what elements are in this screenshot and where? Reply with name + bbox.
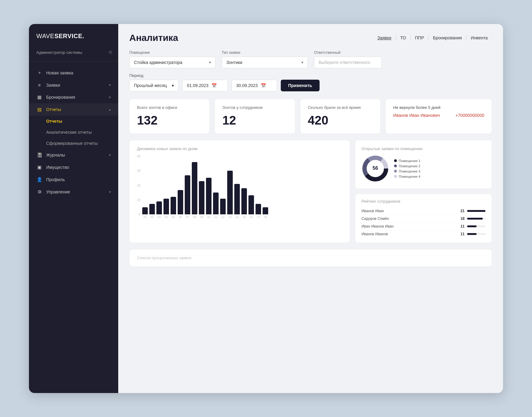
filters-row: Помещение Стойка администратора ▾ Тип за…	[129, 50, 492, 68]
sidebar-item-profile[interactable]: 👤 Профиль	[29, 173, 118, 186]
header-nav-ppr[interactable]: ППР	[411, 35, 429, 40]
sidebar-subitem-reports-main[interactable]: Отчеты	[29, 116, 118, 127]
bar-label: 08	[193, 216, 196, 219]
bar-column: 14	[234, 157, 240, 219]
chevron-down-icon: ▾	[109, 83, 111, 87]
bar	[234, 184, 240, 214]
header-nav-to[interactable]: ТО	[396, 35, 411, 40]
bar	[213, 193, 219, 214]
type-select[interactable]: Зонтики ▾	[222, 57, 308, 68]
content-area: Помещение Стойка администратора ▾ Тип за…	[118, 43, 503, 393]
apply-button[interactable]: Применить	[281, 80, 320, 91]
stat-value-1: 12	[222, 113, 287, 127]
bar-label: 07	[186, 216, 189, 219]
rating-card: Рейтинг сотрудников Иванов Иван 21 Сидор…	[355, 194, 492, 243]
bar-column: 01	[142, 157, 148, 219]
header-nav-reservations[interactable]: Бронирования	[429, 35, 466, 40]
logout-icon[interactable]: ⎋	[109, 50, 112, 55]
plus-icon: ＋	[36, 70, 42, 76]
bar-column: 04	[163, 157, 169, 219]
legend-item-0: Помещение 1	[394, 159, 420, 163]
rating-title: Рейтинг сотрудников	[361, 199, 486, 204]
sidebar-item-journals[interactable]: 📓 Журналы ▾	[29, 149, 118, 161]
bar-label: 14	[236, 216, 239, 219]
room-select[interactable]: Стойка администратора ▾	[129, 57, 216, 68]
header-nav-requests[interactable]: Заявки	[373, 35, 396, 40]
donut-svg: 56	[361, 155, 389, 182]
bar	[163, 199, 169, 214]
responsible-label: Ответственный	[314, 50, 382, 55]
rating-bar-bg	[467, 233, 486, 235]
charts-row: Динамика новых заявок по дням 40 30 20 1…	[129, 140, 492, 243]
rating-count: 18	[457, 216, 465, 221]
stat-label-2: Сколько брали за всё время	[308, 105, 373, 110]
sidebar-item-label: Новая заявка	[46, 70, 73, 75]
sidebar-item-reports[interactable]: ▤ Отчеты ▴	[29, 103, 118, 116]
rating-rows: Иванов Иван 21 Сидоров Семён 18 Иван Ива…	[361, 207, 486, 238]
bottom-section: Список просроченных заявок	[129, 249, 492, 267]
donut-card: Открытые заявки по помещению 56	[355, 140, 492, 189]
period-label: Период	[129, 73, 179, 78]
responsible-select[interactable]: Выберите ответственного	[314, 57, 382, 68]
type-label: Тип заявки	[222, 50, 308, 55]
bottom-title: Список просроченных заявок	[137, 256, 484, 260]
chevron-up-icon: ▴	[109, 108, 111, 112]
legend-dot-0	[394, 159, 397, 162]
date-to-input[interactable]: 30.09.2023 📅	[232, 80, 277, 91]
bar	[156, 201, 162, 215]
sidebar-subitem-analytic-reports[interactable]: Аналитические отчеты	[29, 127, 118, 138]
bar-column: 15	[241, 157, 247, 219]
rating-count: 11	[457, 232, 465, 236]
stat-card-0: Всего зонтов в офисе 132	[129, 99, 210, 134]
sidebar-item-management[interactable]: ⚙ Управление ▾	[29, 186, 118, 198]
bar-column: 13	[227, 157, 233, 219]
period-filter-group: Период Прошлый месяц ▾	[129, 73, 179, 91]
list-icon: ≡	[36, 82, 42, 88]
period-row: Период Прошлый месяц ▾ 01.09.2023 📅 30.0…	[129, 73, 492, 91]
rating-row: Иванов Иванов 11	[361, 230, 486, 238]
sidebar-item-label: Бронирования	[46, 95, 75, 100]
sidebar-item-property[interactable]: ▣ Имущество	[29, 161, 118, 173]
bar-label: 10	[207, 216, 210, 219]
sidebar-item-requests[interactable]: ≡ Заявки ▾	[29, 79, 118, 91]
sidebar-subitem-label: Отчеты	[46, 119, 62, 124]
overdue-name: Иванов Иван Иванович	[393, 113, 440, 118]
sidebar-subitem-label: Сформированные отчеты	[46, 141, 98, 146]
stat-label-1: Зонтов у сотрудников	[222, 105, 287, 110]
date-from-input[interactable]: 01.09.2023 📅	[182, 80, 228, 91]
bar-label: 16	[250, 216, 253, 219]
period-select[interactable]: Прошлый месяц ▾	[129, 80, 179, 91]
bar-label: 01	[143, 216, 147, 219]
chevron-down-icon: ▾	[172, 83, 174, 88]
donut-legend: Помещение 1 Помещение 2 Помещение 3	[394, 159, 420, 178]
rating-bar-fill	[467, 218, 483, 220]
svg-text:56: 56	[373, 165, 378, 171]
sidebar-item-label: Отчеты	[46, 107, 61, 112]
bar-label: 03	[158, 216, 161, 219]
date-from-value: 01.09.2023	[187, 83, 208, 88]
bar	[206, 178, 212, 214]
sidebar-item-new-request[interactable]: ＋ Новая заявка	[29, 66, 118, 79]
overdue-label: Не вернули более 5 дней	[393, 105, 484, 110]
main-content: Аналитика Заявки ТО ППР Бронирования Инв…	[118, 24, 503, 393]
sidebar-subitem-formed-reports[interactable]: Сформированные отчеты	[29, 138, 118, 149]
bar-column: 03	[156, 157, 162, 219]
room-select-value: Стойка администратора	[134, 60, 182, 65]
bar-column: 05	[171, 157, 176, 219]
bar-column: 17	[256, 157, 261, 219]
bar	[227, 171, 233, 214]
sidebar-subitem-label: Аналитические отчеты	[46, 130, 92, 135]
legend-dot-2	[394, 170, 397, 173]
stat-value-0: 132	[137, 113, 202, 127]
rating-row: Сидоров Семён 18	[361, 215, 486, 223]
bar	[149, 204, 155, 214]
bar	[178, 190, 183, 214]
header-nav-inventory[interactable]: Инвента	[466, 35, 492, 40]
sidebar-item-reservations[interactable]: ▦ Бронирования ▾	[29, 91, 118, 103]
overdue-person: Иванов Иван Иванович +70000000000	[393, 113, 484, 118]
bar	[192, 162, 197, 214]
sidebar-item-label: Имущество	[46, 165, 69, 170]
sidebar: WAVESERVICE. Администратор системы ⎋ ＋ Н…	[29, 24, 118, 393]
logo: WAVESERVICE.	[29, 24, 118, 50]
rating-bar-bg	[467, 218, 486, 220]
